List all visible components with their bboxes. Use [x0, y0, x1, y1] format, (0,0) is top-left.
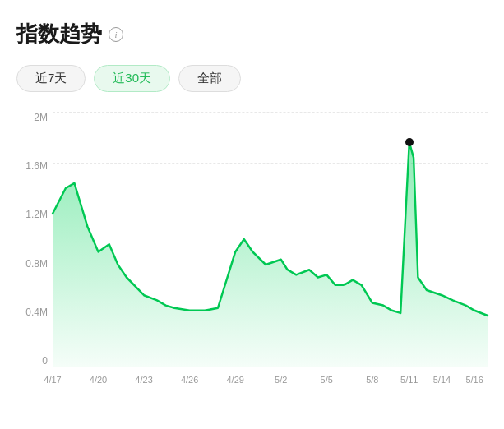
y-axis-label: 2M: [16, 112, 48, 123]
page-title: 指数趋势: [16, 20, 102, 48]
y-axis-label: 0.4M: [16, 307, 48, 318]
line-chart: [53, 112, 488, 367]
chart-area: 2M1.6M1.2M0.8M0.4M0 4/174/204/234/264/29…: [16, 112, 488, 391]
chart-inner: [53, 112, 488, 367]
filter-row: 近7天近30天全部: [16, 65, 488, 92]
main-container: 指数趋势 i 近7天近30天全部 2M1.6M1.2M0.8M0.4M0: [0, 0, 504, 429]
filter-btn-2[interactable]: 全部: [178, 65, 241, 92]
x-axis-label: 5/16: [465, 375, 483, 385]
x-axis: 4/174/204/234/264/295/25/55/85/115/145/1…: [53, 368, 488, 391]
y-axis-label: 1.6M: [16, 160, 48, 172]
x-axis-label: 5/2: [275, 375, 287, 385]
x-axis-label: 4/23: [135, 375, 152, 385]
x-axis-label: 5/14: [433, 375, 451, 385]
filter-btn-1[interactable]: 近30天: [94, 65, 170, 92]
y-axis-label: 0.8M: [16, 258, 48, 270]
x-axis-label: 4/29: [226, 375, 243, 385]
x-axis-label: 4/26: [181, 375, 198, 385]
x-axis-label: 5/8: [366, 375, 378, 385]
y-axis-label: 1.2M: [16, 209, 48, 220]
x-axis-label: 4/17: [44, 375, 61, 385]
tooltip-dot: [405, 138, 414, 146]
x-axis-label: 4/20: [90, 375, 107, 385]
title-row: 指数趋势 i: [16, 20, 488, 48]
filter-btn-0[interactable]: 近7天: [16, 65, 86, 92]
y-axis-label: 0: [16, 355, 48, 367]
x-axis-label: 5/11: [400, 375, 418, 385]
x-axis-label: 5/5: [321, 375, 333, 385]
y-axis: 2M1.6M1.2M0.8M0.4M0: [16, 112, 48, 367]
info-icon[interactable]: i: [109, 27, 123, 42]
